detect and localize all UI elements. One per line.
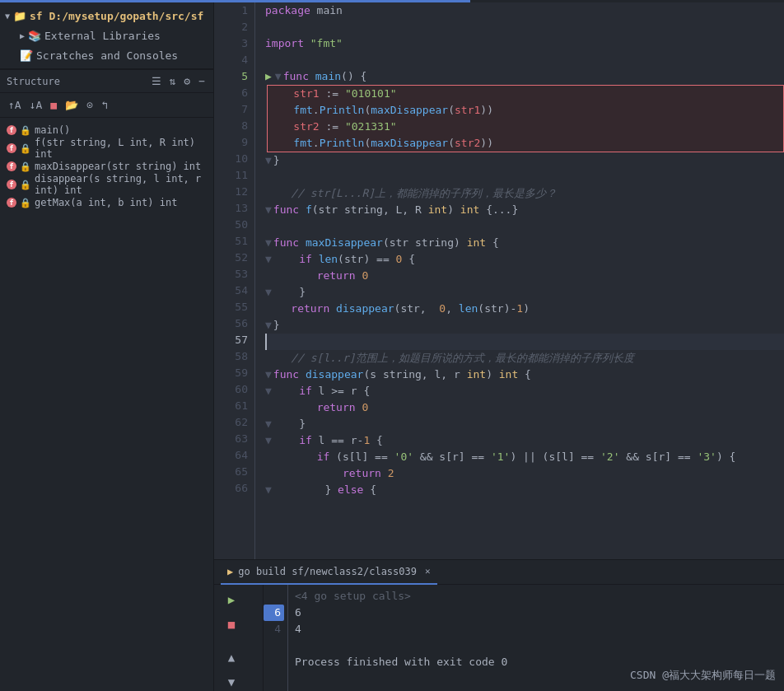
code-line-5: ▶ ▼ func main() { <box>265 68 784 85</box>
comment-1: // str[L...R]上，都能消掉的子序列，最长是多少？ <box>291 185 557 202</box>
ln-8: 8 <box>221 118 248 134</box>
indent-8 <box>268 119 293 135</box>
kw-func-maxdisappear: func <box>273 235 299 251</box>
ln-62: 62 <box>221 414 248 431</box>
run-tabs: ▶ go build sf/newclass2/class039 ✕ <box>214 560 784 585</box>
folder-icon: 📁 <box>13 10 26 22</box>
fold-icon-51: ▼ <box>265 235 272 251</box>
ln-1: 1 <box>221 2 248 19</box>
code-line-11 <box>265 169 784 185</box>
collapse-icon[interactable]: ↰ <box>100 97 110 113</box>
expand-all-icon[interactable]: 📂 <box>63 97 80 113</box>
or-64: ) || (s[l] == <box>510 449 600 465</box>
sidebar-project-root[interactable]: ▼ 📁 sf D:/mysetup/gopath/src/sf <box>0 6 213 26</box>
sidebar-item-external-libraries[interactable]: ▶ 📚 External Libraries <box>0 26 213 45</box>
kw-if-64: if <box>317 449 330 465</box>
structure-toolbar-minus-icon[interactable]: − <box>197 73 207 89</box>
paren-d55: (str, <box>394 301 433 317</box>
fn-disappear: disappear <box>306 367 363 383</box>
ln-2: 2 <box>221 19 248 35</box>
comma-55: , <box>446 301 459 317</box>
run-tab-active[interactable]: ▶ go build sf/newclass2/class039 ✕ <box>221 560 437 585</box>
indent-9 <box>268 135 293 152</box>
brace-62: } <box>299 416 306 432</box>
code-content[interactable]: package main import "fmt" ▶ ▼ func main( <box>255 2 784 559</box>
expand-arrow-lib-icon: ▶ <box>20 31 25 40</box>
sort-alpha-asc-icon[interactable]: ↑A <box>7 97 23 113</box>
run-play-button[interactable]: ▶ <box>219 590 244 609</box>
run-stop-button[interactable]: ■ <box>219 614 244 634</box>
paren-len55: (str)- <box>478 301 516 317</box>
paren-1: ( <box>364 102 371 119</box>
ln-57: 57 <box>221 332 248 348</box>
rparen-55: ) <box>523 301 530 317</box>
sort-alpha-desc-icon[interactable]: ↓A <box>28 97 44 113</box>
str-1-64: '1' <box>491 449 510 465</box>
ty-int-dis: int <box>467 367 486 383</box>
kw-func-disappear: func <box>273 367 299 383</box>
num-1-63: 1 <box>363 432 370 449</box>
structure-toolbar: ↑A ↓A ■ 📂 ⊙ ↰ <box>0 93 213 118</box>
ln-4: 4 <box>221 52 248 68</box>
error-icon-4: f <box>7 198 16 208</box>
code-editor[interactable]: 1 2 3 4 5 6 7 8 9 10 11 12 13 50 51 52 5 <box>214 2 784 559</box>
run-ln-1 <box>264 588 284 605</box>
run-process-text: Process finished with exit code 0 <box>295 654 507 670</box>
var-str1: str1 <box>293 86 319 102</box>
kw-import: import <box>265 35 304 52</box>
run-scroll-up-button[interactable]: ▲ <box>219 647 244 667</box>
paren-64a: (s[l] == <box>329 449 394 465</box>
ln-51: 51 <box>221 233 248 250</box>
space-52 <box>312 251 319 268</box>
structure-toolbar-list-icon[interactable]: ☰ <box>150 73 163 89</box>
structure-toolbar-sort-icon[interactable]: ⇅ <box>168 73 178 89</box>
num-0-61: 0 <box>362 399 368 416</box>
group-icon[interactable]: ■ <box>49 97 58 113</box>
structure-toolbar-gear-icon[interactable]: ⚙ <box>182 73 192 89</box>
paren-f1: (str string, L, R <box>312 202 428 218</box>
error-icon-2: f <box>7 161 16 171</box>
ln-12: 12 <box>221 184 248 200</box>
struct-item-4[interactable]: f 🔒 getMax(a int, b int) int <box>0 194 213 212</box>
ln-55: 55 <box>221 299 248 315</box>
struct-item-label-3: disappear(s string, l int, r int) int <box>35 173 207 196</box>
space-1 <box>309 68 315 85</box>
code-line-57 <box>265 334 784 350</box>
ln-5: 5 <box>221 68 248 85</box>
brace-dis: { <box>518 367 531 383</box>
kw-return-53: return <box>317 268 356 284</box>
code-line-53: return 0 <box>265 268 784 284</box>
run-line-numbers: 6 4 <box>264 585 288 691</box>
run-scroll-down-button[interactable]: ▼ <box>219 672 244 691</box>
code-line-58: // s[l..r]范围上，如题目所说的方式，最长的都能消掉的子序列长度 <box>265 350 784 367</box>
brace-52: { <box>402 251 415 268</box>
lock-icon-2: 🔒 <box>20 161 31 172</box>
fn-fmt-1: fmt <box>293 102 312 119</box>
code-line-61: return 0 <box>265 399 784 416</box>
kw-if-60: if <box>299 383 312 399</box>
sidebar-item-scratches[interactable]: 📝 Scratches and Consoles <box>0 45 213 65</box>
ln-61: 61 <box>221 398 248 414</box>
indent-61 <box>265 399 317 416</box>
var-str1-2: str1 <box>455 102 480 119</box>
lock-icon-4: 🔒 <box>20 198 31 208</box>
paren-dis1: (s string, l, r <box>363 367 466 383</box>
autoscroll-icon[interactable]: ⊙ <box>85 97 95 113</box>
struct-item-3[interactable]: f 🔒 disappear(s string, l int, r int) in… <box>0 175 213 194</box>
indent-55 <box>265 301 291 317</box>
brace-56: } <box>273 317 280 334</box>
kw-if-52: if <box>299 251 312 268</box>
ln-60: 60 <box>221 381 248 398</box>
num-2-65: 2 <box>388 465 394 482</box>
sidebar: ▼ 📁 sf D:/mysetup/gopath/src/sf ▶ 📚 Exte… <box>0 2 214 691</box>
run-tab-close-icon[interactable]: ✕ <box>425 566 431 577</box>
run-ln-4: 4 <box>264 621 284 637</box>
indent-12 <box>265 185 291 202</box>
struct-item-1[interactable]: f 🔒 f(str string, L int, R int) int <box>0 139 213 157</box>
code-line-55: return disappear(str, 0, len(str)-1) <box>265 301 784 317</box>
code-line-8: str2 := "021331" <box>268 119 783 135</box>
fold-icon-62: ▼ <box>265 416 272 432</box>
str-fmt: "fmt" <box>310 35 343 52</box>
paren-4: ( <box>364 135 371 152</box>
space-55b <box>433 301 440 317</box>
